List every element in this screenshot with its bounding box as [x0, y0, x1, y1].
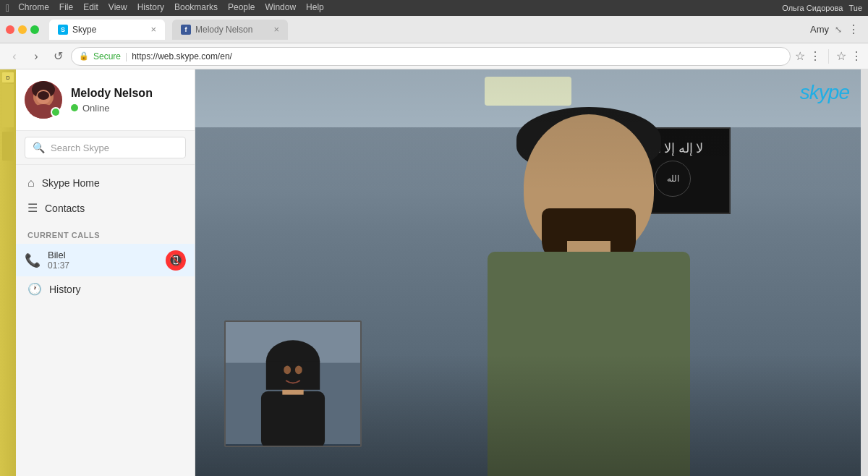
svg-point-14	[295, 365, 302, 374]
address-bar[interactable]: 🔒 Secure | https://web.skype.com/en/	[71, 47, 791, 66]
pip-self-video[interactable]	[224, 320, 362, 447]
call-name: Bilel	[48, 250, 158, 260]
nav-section: ⌂ Skype Home ☰ Contacts	[16, 165, 195, 226]
svg-rect-8	[261, 391, 325, 446]
os-menu-items: Chrome File Edit View History Bookmarks …	[18, 2, 324, 14]
facebook-tab-favicon: f	[181, 25, 191, 35]
profile-status: Online	[71, 103, 153, 114]
extension-star-icon[interactable]: ☆	[836, 49, 846, 63]
os-menubar:  Chrome File Edit View History Bookmark…	[0, 0, 868, 16]
end-call-icon: 📵	[169, 253, 183, 267]
search-section: 🔍 Search Skype	[16, 131, 195, 165]
menu-edit[interactable]: Edit	[83, 2, 98, 14]
secure-lock-icon: 🔒	[79, 51, 89, 61]
menu-bookmarks[interactable]: Bookmarks	[174, 2, 218, 14]
browser-content: D	[0, 69, 868, 476]
history-icon: 🕐	[27, 282, 42, 296]
browser-toolbar: ‹ › ↺ 🔒 Secure | https://web.skype.com/e…	[0, 43, 868, 69]
contacts-icon: ☰	[27, 201, 38, 215]
window-close-button[interactable]	[6, 25, 14, 34]
os-user-name: Ольга Сидорова	[782, 4, 843, 12]
svg-point-5	[38, 91, 49, 100]
window-maximize-button[interactable]	[30, 25, 39, 34]
facebook-tab-label: Melody Nelson	[195, 25, 252, 35]
apple-menu[interactable]: 	[6, 2, 9, 14]
os-right-info: Ольга Сидорова Tue	[782, 4, 862, 12]
menu-help[interactable]: Help	[306, 2, 324, 14]
nav-home-label: Skype Home	[42, 177, 100, 189]
sticky-tab-inner: D	[0, 69, 16, 476]
current-calls-label: CURRENT CALLS	[16, 226, 195, 244]
skype-logo: skype	[800, 81, 849, 104]
profile-info: Melody Nelson Online	[71, 87, 153, 114]
call-info: Bilel 01:37	[48, 250, 158, 271]
skype-tab-favicon: S	[58, 25, 68, 35]
tab-skype[interactable]: S Skype ×	[49, 20, 165, 40]
call-phone-icon: 📞	[25, 252, 41, 268]
browser-titlebar: S Skype × f Melody Nelson × Amy ⤡ ⋮	[0, 16, 868, 43]
amy-user-label[interactable]: Amy	[810, 24, 829, 35]
menu-dots-icon[interactable]: ⋮	[848, 22, 859, 36]
back-button[interactable]: ‹	[6, 48, 23, 65]
search-placeholder: Search Skype	[51, 143, 109, 153]
address-separator: |	[125, 51, 127, 61]
sticky-item-3	[2, 132, 14, 161]
menu-file[interactable]: File	[59, 2, 73, 14]
sticky-item-2	[2, 84, 14, 127]
menu-chrome[interactable]: Chrome	[18, 2, 49, 14]
call-duration: 01:37	[48, 260, 158, 271]
profile-name: Melody Nelson	[71, 87, 153, 100]
tab-facebook[interactable]: f Melody Nelson ×	[172, 20, 288, 40]
menu-window[interactable]: Window	[265, 2, 296, 14]
browser-window: S Skype × f Melody Nelson × Amy ⤡ ⋮ ‹ › …	[0, 16, 868, 476]
home-icon: ⌂	[27, 177, 35, 190]
search-box[interactable]: 🔍 Search Skype	[25, 137, 186, 158]
nav-item-contacts[interactable]: ☰ Contacts	[16, 195, 195, 221]
menu-view[interactable]: View	[109, 2, 127, 14]
right-browser-strip	[861, 69, 868, 476]
svg-point-13	[284, 365, 291, 374]
profile-avatar-container	[25, 81, 62, 119]
traffic-lights	[6, 25, 39, 34]
skype-video-area: لا إله إلا الله الله skype	[195, 69, 861, 476]
forward-button[interactable]: ›	[27, 48, 45, 65]
nav-item-home[interactable]: ⌂ Skype Home	[16, 171, 195, 195]
os-time: Tue	[848, 4, 862, 12]
end-call-button[interactable]: 📵	[166, 250, 186, 271]
skype-tab-close[interactable]: ×	[150, 24, 156, 35]
refresh-button[interactable]: ↺	[49, 48, 67, 65]
search-icon: 🔍	[33, 142, 45, 153]
profile-section: Melody Nelson Online	[16, 69, 195, 131]
svg-rect-12	[266, 362, 320, 390]
sticky-item-1[interactable]: D	[2, 72, 14, 82]
skype-app: Melody Nelson Online 🔍 Search Skype	[16, 69, 861, 476]
bookmark-star-icon[interactable]: ☆	[795, 49, 805, 63]
history-label: History	[49, 284, 81, 295]
facebook-tab-close[interactable]: ×	[273, 24, 279, 35]
status-dot	[71, 104, 78, 111]
expand-icon[interactable]: ⤡	[835, 25, 842, 35]
window-minimize-button[interactable]	[18, 25, 27, 34]
pip-inner	[226, 322, 360, 446]
os-menu-left:  Chrome File Edit View History Bookmark…	[6, 2, 324, 14]
extension-menu-icon[interactable]: ⋮	[851, 49, 862, 63]
sticky-notes-panel: D	[0, 69, 16, 476]
skype-tab-label: Skype	[72, 25, 96, 35]
address-url: https://web.skype.com/en/	[132, 51, 232, 61]
status-label: Online	[82, 103, 110, 114]
skype-sidebar: Melody Nelson Online 🔍 Search Skype	[16, 69, 195, 476]
menu-history[interactable]: History	[137, 2, 164, 14]
toolbar-menu-icon[interactable]: ⋮	[809, 49, 821, 63]
nav-contacts-label: Contacts	[45, 203, 85, 214]
menu-people[interactable]: People	[228, 2, 255, 14]
history-item[interactable]: 🕐 History	[16, 276, 195, 302]
online-badge	[51, 107, 61, 117]
address-secure-label: Secure	[93, 51, 121, 61]
call-item[interactable]: 📞 Bilel 01:37 📵	[16, 244, 195, 276]
pip-person-svg	[226, 320, 360, 446]
online-dot	[52, 109, 59, 116]
